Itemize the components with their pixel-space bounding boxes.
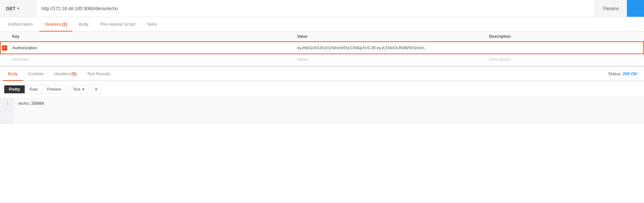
code-content: echo:28080	[13, 98, 644, 124]
chevron-down-icon: ▾	[82, 87, 84, 92]
line-number: 1	[4, 101, 9, 106]
row-checkbox-cell	[0, 42, 8, 54]
table-row: Authorization eyJhbGciOiJIUzI1NiIsInR5cC…	[0, 42, 644, 54]
col-key: Key	[8, 32, 293, 42]
code-text: echo:28080	[18, 101, 44, 106]
resp-tab-cookies[interactable]: Cookies	[23, 67, 49, 81]
headers-section: Key Value Description Authorization eyJh…	[0, 32, 644, 64]
type-label: Text	[73, 87, 80, 92]
line-numbers: 1	[0, 98, 13, 124]
row-desc-cell[interactable]	[485, 42, 644, 54]
col-checkbox	[0, 32, 8, 42]
method-label: GET	[6, 6, 15, 11]
resp-tab-testresults[interactable]: Test Results	[82, 67, 116, 81]
new-row-value-cell[interactable]: Value	[293, 54, 485, 64]
tab-tests[interactable]: Tests	[141, 17, 162, 32]
method-chevron: ▾	[17, 7, 19, 10]
col-description: Description	[485, 32, 644, 42]
request-tabs: Authorization Headers (1) Body Pre-reque…	[0, 17, 644, 32]
url-input[interactable]	[36, 0, 595, 17]
wrap-icon: ≡	[95, 86, 98, 92]
wrap-button[interactable]: ≡	[91, 84, 101, 94]
response-status: Status: 200 OK	[608, 71, 641, 76]
resp-tab-headers[interactable]: Headers (5)	[49, 67, 82, 81]
tab-headers[interactable]: Headers (1)	[39, 17, 72, 32]
format-tabs: Pretty Raw Preview	[4, 85, 66, 94]
params-button[interactable]: Params	[595, 0, 627, 17]
format-tab-pretty[interactable]: Pretty	[4, 85, 25, 93]
tab-body[interactable]: Body	[74, 17, 94, 32]
response-tabs: Body Cookies Headers (5) Test Results St…	[0, 67, 644, 81]
col-value: Value	[293, 32, 485, 42]
new-key-row: New key Value Description	[0, 54, 644, 64]
top-bar: GET ▾ Params	[0, 0, 644, 17]
format-tab-raw[interactable]: Raw	[25, 85, 42, 93]
method-select[interactable]: GET ▾	[0, 0, 36, 17]
new-row-checkbox-cell	[0, 54, 8, 64]
response-section: Body Cookies Headers (5) Test Results St…	[0, 66, 644, 124]
resp-tab-body[interactable]: Body	[3, 67, 23, 81]
send-button[interactable]	[627, 0, 644, 17]
status-value: 200 OK	[623, 71, 637, 76]
new-row-key-cell[interactable]: New key	[8, 54, 293, 64]
headers-table: Key Value Description Authorization eyJh…	[0, 32, 644, 64]
row-key-cell[interactable]: Authorization	[8, 42, 293, 54]
body-toolbar: Pretty Raw Preview Text ▾ ≡	[0, 81, 644, 98]
row-value-cell[interactable]: eyJhbGciOiJIUzI1NiIsInR5cCI6IkpXVCJ9.eyJ…	[293, 42, 485, 54]
row-checkbox[interactable]	[2, 45, 7, 51]
format-tab-preview[interactable]: Preview	[42, 85, 66, 93]
tab-authorization[interactable]: Authorization	[3, 17, 38, 32]
code-area: 1 echo:28080	[0, 98, 644, 124]
new-row-desc-cell[interactable]: Description	[485, 54, 644, 64]
type-dropdown[interactable]: Text ▾	[69, 85, 88, 94]
tab-prerequest[interactable]: Pre-request Script	[95, 17, 140, 32]
